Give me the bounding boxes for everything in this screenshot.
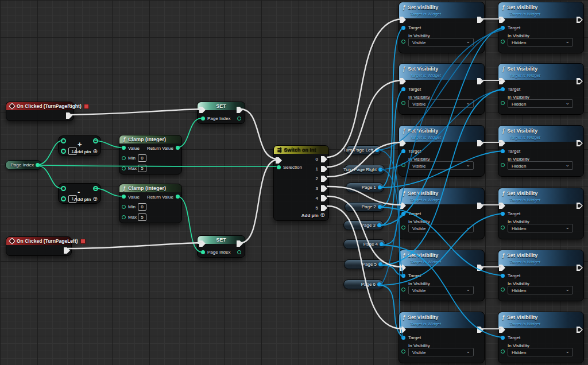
set-visibility-node[interactable]: ƒ Set Visibility Target is Widget Target… <box>399 2 485 53</box>
visibility-in-pin[interactable] <box>501 101 505 105</box>
exec-out-pin[interactable] <box>477 203 483 209</box>
exec-in-pin[interactable] <box>499 78 505 84</box>
widget-pill[interactable]: Page 3 <box>343 220 384 230</box>
case-exec-out-pin[interactable] <box>321 156 327 162</box>
set-visibility-node[interactable]: ƒ Set Visibility Target is Widget Target… <box>399 312 485 363</box>
set-visibility-node[interactable]: ƒ Set Visibility Target is Widget Target… <box>498 2 584 53</box>
object-out-pin[interactable] <box>375 148 379 152</box>
exec-out-pin[interactable] <box>477 78 483 84</box>
return-out-pin[interactable] <box>176 146 180 150</box>
visibility-dropdown[interactable]: Visible ⌄ <box>408 224 474 232</box>
return-out-pin[interactable] <box>176 195 180 199</box>
exec-out-pin[interactable] <box>66 112 72 119</box>
widget-pill[interactable]: Page 2 <box>345 202 384 212</box>
visibility-in-pin[interactable] <box>501 163 505 167</box>
visibility-in-pin[interactable] <box>401 288 405 292</box>
object-out-pin[interactable] <box>378 262 382 266</box>
exec-in-pin[interactable] <box>400 140 406 146</box>
exec-in-pin[interactable] <box>499 203 505 209</box>
max-in-pin[interactable] <box>122 166 126 170</box>
exec-out-pin[interactable] <box>577 327 583 333</box>
value-in-pin[interactable] <box>122 146 126 150</box>
set-visibility-node[interactable]: ƒ Set Visibility Target is Widget Target… <box>399 188 485 239</box>
exec-in-pin[interactable] <box>199 107 206 113</box>
value-in-pin[interactable] <box>122 195 126 199</box>
min-value-box[interactable]: 0 <box>138 203 146 211</box>
target-in-pin[interactable] <box>501 274 505 278</box>
exec-in-pin[interactable] <box>499 327 505 333</box>
target-in-pin[interactable] <box>501 26 505 30</box>
visibility-in-pin[interactable] <box>401 226 405 230</box>
widget-pill[interactable]: Turn Page Right <box>344 165 385 174</box>
add-pin-label[interactable]: Add pin <box>74 149 91 154</box>
value-out-pin[interactable] <box>237 117 241 121</box>
visibility-dropdown[interactable]: Hidden ⌄ <box>508 224 573 232</box>
exec-in-pin[interactable] <box>276 157 282 164</box>
visibility-dropdown[interactable]: Hidden ⌄ <box>508 161 573 170</box>
math-operator-node[interactable]: 1 + Add pin ⊕ <box>58 135 101 156</box>
target-in-pin[interactable] <box>401 149 405 153</box>
visibility-in-pin[interactable] <box>401 101 405 105</box>
exec-out-pin[interactable] <box>577 203 583 209</box>
visibility-dropdown[interactable]: Visible ⌄ <box>408 99 474 108</box>
visibility-in-pin[interactable] <box>401 350 405 354</box>
exec-out-pin[interactable] <box>237 240 243 247</box>
target-in-pin[interactable] <box>401 87 405 91</box>
max-value-box[interactable]: 5 <box>138 165 146 172</box>
object-out-pin[interactable] <box>378 205 382 209</box>
set-visibility-node[interactable]: ƒ Set Visibility Target is Widget Target… <box>399 250 485 301</box>
target-in-pin[interactable] <box>401 336 405 340</box>
operand-in-pin[interactable] <box>61 186 66 191</box>
min-in-pin[interactable] <box>122 205 126 209</box>
object-out-pin[interactable] <box>378 185 382 189</box>
visibility-in-pin[interactable] <box>501 40 505 44</box>
target-in-pin[interactable] <box>501 212 505 216</box>
visibility-dropdown[interactable]: Visible ⌄ <box>408 348 474 356</box>
visibility-in-pin[interactable] <box>401 163 405 167</box>
widget-pill[interactable]: Turn Page Left <box>346 145 381 155</box>
exec-out-pin[interactable] <box>577 78 583 84</box>
min-in-pin[interactable] <box>122 156 126 160</box>
exec-in-pin[interactable] <box>400 265 406 271</box>
visibility-dropdown[interactable]: Hidden ⌄ <box>508 286 573 294</box>
exec-in-pin[interactable] <box>400 17 406 23</box>
set-visibility-node[interactable]: ƒ Set Visibility Target is Widget Target… <box>498 250 584 301</box>
set-page-index-node[interactable]: SET Page Index <box>197 235 245 258</box>
exec-in-pin[interactable] <box>400 78 406 84</box>
result-out-pin[interactable] <box>93 186 98 191</box>
value-out-pin[interactable] <box>237 250 241 254</box>
set-visibility-node[interactable]: ƒ Set Visibility Target is Widget Target… <box>498 125 584 177</box>
target-in-pin[interactable] <box>401 212 405 216</box>
int-out-pin[interactable] <box>36 163 40 167</box>
case-exec-out-pin[interactable] <box>321 176 327 182</box>
operand-in-pin[interactable] <box>61 196 66 201</box>
visibility-dropdown[interactable]: Visible ⌄ <box>408 38 474 46</box>
math-operator-node[interactable]: 1 - Add pin ⊕ <box>58 183 101 204</box>
visibility-in-pin[interactable] <box>501 226 505 230</box>
exec-in-pin[interactable] <box>400 327 406 333</box>
case-exec-out-pin[interactable] <box>321 205 327 211</box>
widget-pill[interactable]: Page 1 <box>346 182 384 192</box>
max-value-box[interactable]: 5 <box>138 213 146 221</box>
visibility-in-pin[interactable] <box>501 350 505 354</box>
target-in-pin[interactable] <box>501 336 505 340</box>
add-pin-icon[interactable]: ⊕ <box>93 149 98 154</box>
exec-in-pin[interactable] <box>499 17 505 23</box>
visibility-dropdown[interactable]: Hidden ⌄ <box>508 38 573 46</box>
clamp-integer-node[interactable]: ƒ Clamp (Integer) Value Return Value Min… <box>119 184 182 223</box>
exec-out-pin[interactable] <box>477 327 483 333</box>
exec-out-pin[interactable] <box>477 265 483 271</box>
target-in-pin[interactable] <box>401 26 405 30</box>
result-out-pin[interactable] <box>93 138 98 143</box>
operand-in-pin[interactable] <box>61 149 66 154</box>
exec-out-pin[interactable] <box>577 17 583 23</box>
set-visibility-node[interactable]: ƒ Set Visibility Target is Widget Target… <box>399 125 485 177</box>
object-out-pin[interactable] <box>380 242 384 246</box>
min-value-box[interactable]: 0 <box>138 154 146 162</box>
visibility-dropdown[interactable]: Hidden ⌄ <box>508 99 573 108</box>
visibility-dropdown[interactable]: Visible ⌄ <box>408 286 474 294</box>
exec-in-pin[interactable] <box>499 140 505 146</box>
exec-in-pin[interactable] <box>400 203 406 209</box>
set-page-index-node[interactable]: SET Page Index <box>197 102 245 124</box>
case-exec-out-pin[interactable] <box>321 185 327 192</box>
